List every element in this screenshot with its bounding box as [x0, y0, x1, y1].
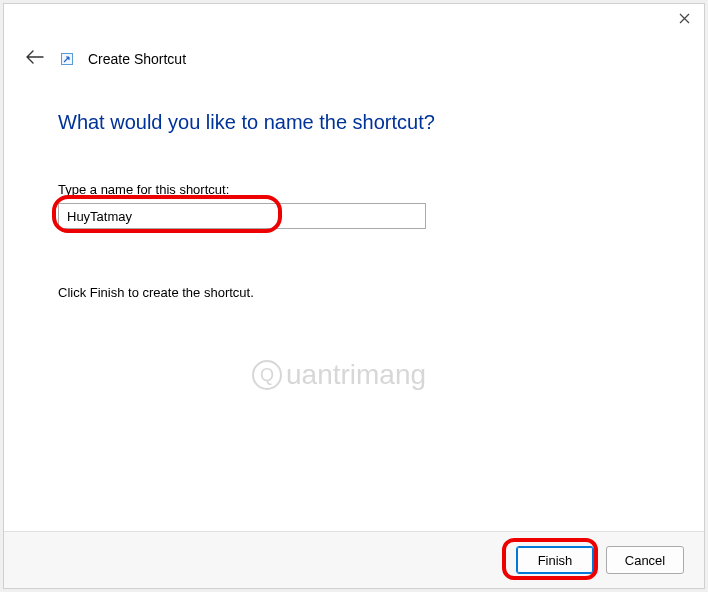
shortcut-name-input[interactable]: [58, 203, 426, 229]
back-button[interactable]: [24, 46, 46, 71]
shortcut-name-label: Type a name for this shortcut:: [58, 182, 650, 197]
main-heading: What would you like to name the shortcut…: [58, 111, 650, 134]
finish-button[interactable]: Finish: [516, 546, 594, 574]
watermark-text: uantrimang: [286, 359, 426, 391]
create-shortcut-dialog: Create Shortcut What would you like to n…: [3, 3, 705, 589]
dialog-footer: Finish Cancel: [4, 531, 704, 588]
cancel-button[interactable]: Cancel: [606, 546, 684, 574]
shortcut-icon: [60, 52, 74, 66]
watermark-icon: Q: [252, 360, 282, 390]
close-button[interactable]: [672, 7, 696, 31]
dialog-content: What would you like to name the shortcut…: [4, 81, 704, 531]
dialog-title: Create Shortcut: [88, 51, 186, 67]
input-wrapper: [58, 203, 426, 229]
watermark: Q uantrimang: [252, 359, 426, 391]
close-icon: [679, 12, 690, 27]
dialog-header: Create Shortcut: [4, 34, 704, 81]
titlebar: [4, 4, 704, 34]
help-text: Click Finish to create the shortcut.: [58, 285, 650, 300]
